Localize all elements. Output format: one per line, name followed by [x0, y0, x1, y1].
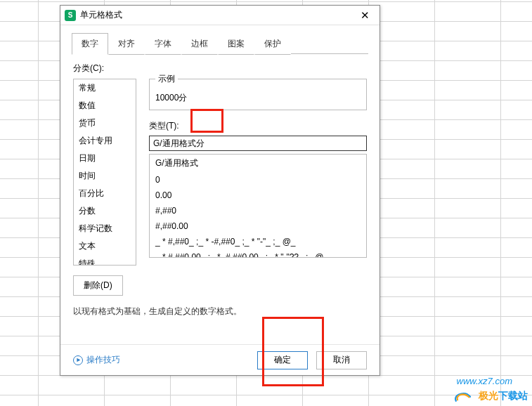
cell-format-dialog: S 单元格格式 ✕ 数字 对齐 字体 边框 图案 保护 分类(C): 常规 数值…	[60, 5, 380, 376]
close-button[interactable]: ✕	[354, 6, 375, 25]
dialog-body: 分类(C): 常规 数值 货币 会计专用 日期 时间 百分比 分数 科学记数 文…	[60, 54, 379, 317]
format-option[interactable]: G/通用格式	[150, 155, 366, 172]
example-legend: 示例	[155, 73, 178, 85]
cat-fraction[interactable]: 分数	[74, 202, 136, 220]
dialog-footer: 操作技巧 确定 取消	[60, 344, 379, 375]
cat-scientific[interactable]: 科学记数	[74, 220, 136, 237]
titlebar: S 单元格格式 ✕	[60, 6, 379, 25]
cancel-button[interactable]: 取消	[316, 351, 367, 369]
right-pane: 示例 10000分 类型(T): G/通用格式 0 0.00 #,##0 #,#…	[149, 79, 367, 266]
tab-protect[interactable]: 保护	[254, 33, 291, 55]
app-icon: S	[65, 10, 76, 21]
cat-number[interactable]: 数值	[74, 97, 136, 114]
tab-pattern[interactable]: 图案	[218, 33, 254, 55]
tips-label: 操作技巧	[86, 354, 120, 366]
format-option[interactable]: 0.00	[150, 188, 366, 203]
format-option[interactable]: _ * #,##0_ ;_ * -#,##0_ ;_ * "-"_ ;_ @_	[150, 234, 366, 249]
cat-accounting[interactable]: 会计专用	[74, 132, 136, 150]
type-input[interactable]	[149, 136, 367, 151]
dialog-title: 单元格格式	[80, 9, 354, 21]
delete-button[interactable]: 删除(D)	[73, 275, 123, 296]
cat-percent[interactable]: 百分比	[74, 185, 136, 202]
cat-text[interactable]: 文本	[74, 237, 136, 255]
example-box: 示例 10000分	[149, 79, 367, 110]
watermark-logo-icon	[453, 388, 474, 405]
format-option[interactable]: #,##0.00	[150, 218, 366, 234]
cat-special[interactable]: 特殊	[74, 255, 136, 266]
tab-number[interactable]: 数字	[72, 33, 108, 55]
columns: 常规 数值 货币 会计专用 日期 时间 百分比 分数 科学记数 文本 特殊 自定…	[73, 79, 367, 266]
format-option[interactable]: #,##0	[150, 203, 366, 218]
category-list[interactable]: 常规 数值 货币 会计专用 日期 时间 百分比 分数 科学记数 文本 特殊 自定…	[73, 79, 136, 266]
format-option[interactable]: _ * #,##0.00_ ;_ * -#,##0.00_ ;_ * "-"??…	[150, 249, 366, 258]
tab-font[interactable]: 字体	[145, 33, 181, 55]
tab-align[interactable]: 对齐	[108, 33, 145, 55]
tab-border[interactable]: 边框	[181, 33, 218, 55]
watermark: 极光下载站	[453, 388, 528, 405]
tips-link[interactable]: 操作技巧	[73, 354, 120, 366]
play-icon	[73, 355, 83, 365]
format-option[interactable]: 0	[150, 172, 366, 188]
type-label: 类型(T):	[149, 120, 367, 132]
cat-date[interactable]: 日期	[74, 150, 136, 167]
delete-row: 删除(D)	[73, 275, 367, 296]
ok-button[interactable]: 确定	[257, 351, 308, 369]
watermark-url: www.xz7.com	[457, 376, 512, 386]
format-list[interactable]: G/通用格式 0 0.00 #,##0 #,##0.00 _ * #,##0_ …	[149, 154, 367, 258]
example-value: 10000分	[155, 92, 361, 104]
hint-text: 以现有格式为基础，生成自定义的数字格式。	[73, 306, 367, 317]
category-label: 分类(C):	[73, 63, 367, 74]
tabs: 数字 对齐 字体 边框 图案 保护	[60, 25, 379, 54]
watermark-brand: 极光下载站	[479, 390, 528, 402]
cat-time[interactable]: 时间	[74, 167, 136, 185]
cat-general[interactable]: 常规	[74, 79, 136, 97]
cat-currency[interactable]: 货币	[74, 114, 136, 132]
tab-underline	[291, 32, 368, 54]
